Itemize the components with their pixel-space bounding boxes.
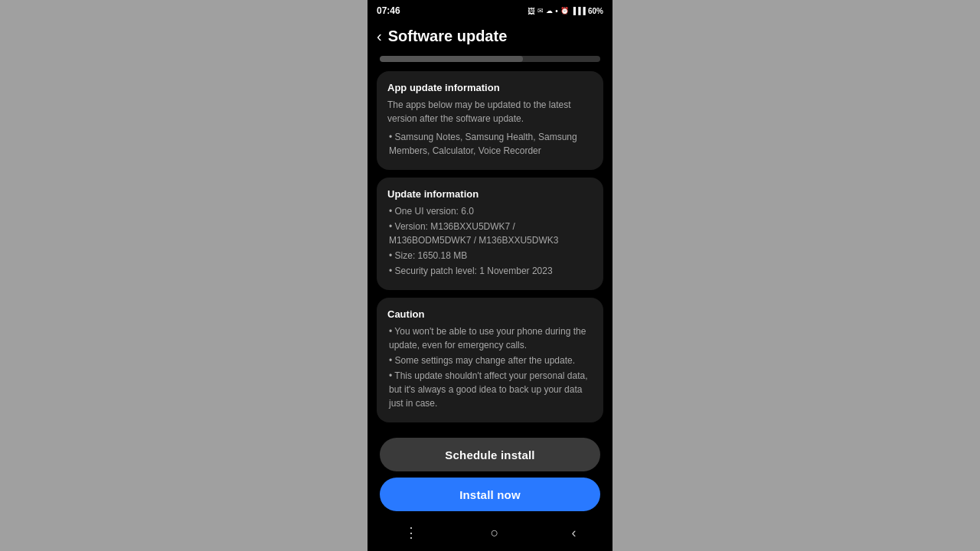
update-info-line3: • Size: 1650.18 MB [387, 249, 593, 262]
battery-text: 60% [588, 7, 603, 15]
cloud-icon: ☁ [546, 7, 553, 15]
update-info-line4: • Security patch level: 1 November 2023 [387, 264, 593, 278]
caution-line1: • You won't be able to use your phone du… [387, 324, 593, 352]
update-info-card-title: Update information [387, 188, 593, 200]
app-update-card-title: App update information [387, 82, 593, 93]
update-info-card: Update information • One UI version: 6.0… [377, 178, 603, 290]
install-now-button[interactable]: Install now [380, 478, 600, 511]
app-update-apps: • Samsung Notes, Samsung Health, Samsung… [387, 130, 593, 158]
caution-card: Caution • You won't be able to use your … [377, 298, 603, 422]
page-title: Software update [388, 28, 508, 45]
navigation-bar: ⋮ ○ ‹ [368, 517, 612, 551]
page-header: ‹ Software update [368, 21, 612, 53]
app-update-description: The apps below may be updated to the lat… [387, 98, 593, 126]
caution-card-title: Caution [387, 308, 593, 320]
progress-area [368, 53, 612, 68]
status-time: 07:46 [377, 5, 400, 16]
update-info-line1: • One UI version: 6.0 [387, 204, 593, 218]
status-bar: 07:46 🖼 ✉ ☁ • ⏰ ▐▐▐ 60% [368, 0, 612, 21]
caution-line3: • This update shouldn't affect your pers… [387, 369, 593, 410]
progress-bar-fill [380, 56, 523, 62]
progress-bar-background [380, 56, 600, 62]
phone-screen: 07:46 🖼 ✉ ☁ • ⏰ ▐▐▐ 60% ‹ Software updat… [368, 0, 612, 551]
mail-icon: ✉ [537, 7, 544, 15]
update-info-line2: • Version: M136BXXU5DWK7 / M136BODM5DWK7… [387, 220, 593, 247]
photo-icon: 🖼 [528, 7, 535, 15]
signal-icon: ▐▐▐ [571, 7, 586, 15]
dot-icon: • [555, 7, 558, 15]
status-icons: 🖼 ✉ ☁ • ⏰ ▐▐▐ 60% [528, 7, 603, 15]
schedule-install-button[interactable]: Schedule install [380, 438, 600, 471]
alarm-icon: ⏰ [560, 7, 569, 15]
buttons-area: Schedule install Install now [368, 433, 612, 517]
back-nav-icon[interactable]: ‹ [571, 525, 576, 541]
recent-apps-icon[interactable]: ⋮ [404, 524, 418, 541]
back-button[interactable]: ‹ [377, 28, 382, 45]
app-update-card: App update information The apps below ma… [377, 71, 603, 170]
caution-line2: • Some settings may change after the upd… [387, 354, 593, 367]
scrollable-content[interactable]: App update information The apps below ma… [368, 68, 612, 433]
home-icon[interactable]: ○ [491, 525, 499, 541]
